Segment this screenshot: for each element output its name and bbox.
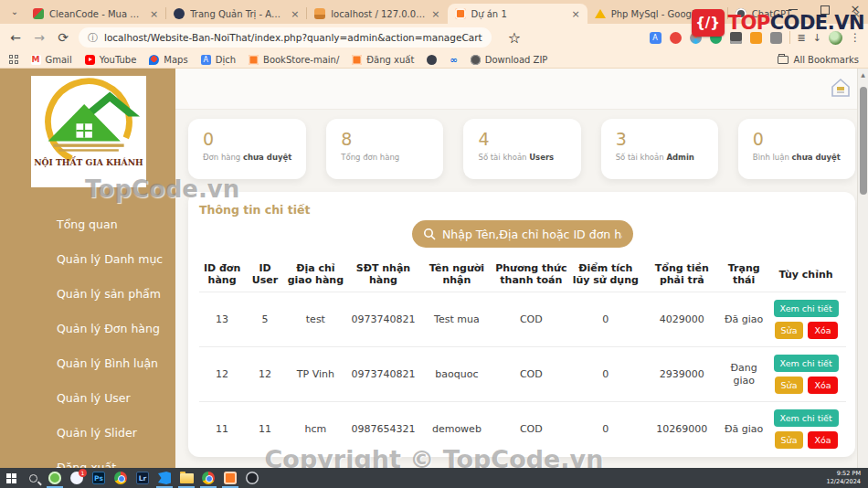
reload-icon[interactable]: ⟳ <box>55 30 71 45</box>
bookmark-youtube[interactable]: YouTube <box>85 55 137 65</box>
site-info-icon[interactable]: ⓘ <box>88 31 98 45</box>
cell-address: hcm <box>285 402 346 457</box>
bookmark-label: BookStore-main/ <box>263 55 339 65</box>
bookmark-maps[interactable]: Maps <box>149 55 187 65</box>
url-text[interactable]: localhost/Website-Ban-NoiThat/index.php?… <box>104 32 482 43</box>
table-row: 12 12 TP Vinh 0973740821 baoquoc COD 0 2… <box>199 347 846 402</box>
sidebar-item-quan-ly-danh-muc[interactable]: Quản lý Danh mục <box>0 242 175 277</box>
sidebar-item-tong-quan[interactable]: Tổng quan <box>0 207 175 242</box>
translate-icon[interactable]: A <box>650 32 662 44</box>
scrollbar-thumb[interactable] <box>860 87 867 195</box>
windows-taskbar: 1 Ps Lr 9:52 PM 12/24/2024 <box>0 468 868 488</box>
home-icon[interactable] <box>830 77 852 99</box>
tab-admin[interactable]: Trang Quản Trị - Admin × <box>166 4 306 24</box>
start-button[interactable] <box>0 468 22 488</box>
bookmark-download-zip[interactable]: Download ZIP <box>471 55 548 65</box>
search-icon <box>423 228 436 240</box>
edit-button[interactable]: Sửa <box>775 377 804 394</box>
sidebar-menu: Tổng quan Quản lý Danh mục Quản lý sản p… <box>0 207 175 485</box>
content-header <box>175 69 868 110</box>
col-header: Trạng thái <box>722 257 766 292</box>
admin-favicon <box>174 8 185 19</box>
bookmark-translate[interactable]: ADịch <box>201 55 236 65</box>
topcode-text-red: TOP <box>728 12 770 34</box>
dark-circle-icon <box>427 55 437 65</box>
extension-red-icon[interactable] <box>670 32 682 44</box>
clock-time: 9:52 PM <box>827 470 861 478</box>
sidebar-item-quan-ly-binh-luan[interactable]: Quản lý Bình luận <box>0 346 175 381</box>
delete-button[interactable]: Xóa <box>808 322 837 339</box>
forward-icon[interactable]: → <box>31 30 48 45</box>
tab-search-chevron-icon[interactable]: ⌄ <box>7 5 22 20</box>
orders-table: ID đơn hàng ID User Địa chỉ giao hàng SĐ… <box>199 257 846 456</box>
stat-value: 8 <box>341 127 429 151</box>
edit-button[interactable]: Sửa <box>775 431 804 449</box>
taskbar-explorer[interactable] <box>175 468 197 488</box>
delete-button[interactable]: Xóa <box>808 431 837 449</box>
view-detail-button[interactable]: Xem chi tiết <box>774 355 839 372</box>
view-detail-button[interactable]: Xem chi tiết <box>774 300 839 317</box>
back-icon[interactable]: ← <box>7 30 24 45</box>
cell-order-id: 13 <box>199 292 245 347</box>
taskbar-obs[interactable] <box>241 468 263 488</box>
phpmyadmin-favicon <box>314 8 325 19</box>
scroll-up-icon[interactable]: ▲ <box>858 69 868 78</box>
bookmark-dark-app[interactable] <box>427 55 437 65</box>
bookmark-gmail[interactable]: MGmail <box>31 55 72 65</box>
taskbar-photoshop[interactable]: Ps <box>88 468 110 488</box>
delete-button[interactable]: Xóa <box>808 377 837 394</box>
bookmark-dangxuat[interactable]: Đăng xuất <box>352 55 414 65</box>
cell-address: TP Vinh <box>285 347 346 402</box>
bookmark-bookstore[interactable]: BookStore-main/ <box>249 55 339 65</box>
taskbar-chrome-1[interactable] <box>110 468 132 488</box>
sidebar-item-quan-ly-san-pham[interactable]: Quản lý sản phẩm <box>0 277 175 312</box>
tab-title: CleanCode - Mua Code trự <box>49 9 144 19</box>
taskbar-search[interactable] <box>22 468 44 488</box>
gmail-icon: M <box>31 55 41 65</box>
col-header: Tên người nhận <box>420 257 492 292</box>
view-detail-button[interactable]: Xem chi tiết <box>774 409 839 427</box>
bookmark-label: YouTube <box>100 55 137 65</box>
sidebar-item-quan-ly-slider[interactable]: Quản lý Slider <box>0 416 175 451</box>
taskbar-app-green[interactable] <box>44 468 66 488</box>
topcode-logo: {/} TOPCODE.VN <box>692 9 864 37</box>
tab-phpmyadmin[interactable]: localhost / 127.0.0.1 / lld / u × <box>307 4 447 24</box>
sidebar-item-quan-ly-user[interactable]: Quản lý User <box>0 381 175 416</box>
taskbar-clock[interactable]: 9:52 PM 12/24/2024 <box>827 470 868 487</box>
sidebar-item-quan-ly-don-hang[interactable]: Quản lý Đơn hàng <box>0 312 175 346</box>
taskbar-chrome-2[interactable] <box>197 468 219 488</box>
taskbar-app-chat[interactable]: 1 <box>66 468 88 488</box>
main-content: 0 Đơn hàng chưa duyệt 8 Tổng đơn hàng 4 … <box>175 69 868 468</box>
taskbar-xampp[interactable] <box>219 468 241 488</box>
sidebar: NỘI THẤT GIA KHÁNH Tổng quan Quản lý Dan… <box>0 69 175 468</box>
tab-cleancode[interactable]: CleanCode - Mua Code trự × <box>26 4 165 24</box>
cell-method: COD <box>493 402 570 457</box>
taskbar-vscode[interactable] <box>153 468 175 488</box>
cell-status: Đang giao <box>722 347 766 402</box>
stat-label-bold: Admin <box>666 153 694 162</box>
page-scrollbar[interactable]: ▲ <box>857 69 868 468</box>
order-search-input[interactable] <box>442 228 622 241</box>
tab-du-an-1-active[interactable]: Dự án 1 × <box>448 4 587 24</box>
tab-close-icon[interactable]: × <box>150 8 158 20</box>
tab-close-icon[interactable]: × <box>431 8 439 20</box>
bookmark-meta[interactable]: ∞ <box>450 55 457 65</box>
apps-grid-icon[interactable] <box>9 55 18 64</box>
order-search[interactable] <box>412 220 633 248</box>
cell-phone: 0987654321 <box>346 402 420 457</box>
cell-points: 0 <box>569 347 641 402</box>
all-bookmarks[interactable]: All Bookmarks <box>778 55 859 65</box>
taskbar-lightroom[interactable]: Lr <box>132 468 153 488</box>
tab-close-icon[interactable]: × <box>291 8 299 20</box>
edit-button[interactable]: Sửa <box>775 322 804 339</box>
tab-close-icon[interactable]: × <box>571 8 579 20</box>
bookmark-label: Maps <box>164 55 187 65</box>
bookmark-star-icon[interactable]: ☆ <box>499 27 642 48</box>
file-explorer-icon <box>180 473 194 483</box>
col-header: SĐT nhận hàng <box>346 257 420 292</box>
col-header: Tùy chỉnh <box>766 257 846 292</box>
address-bar[interactable]: ⓘ localhost/Website-Ban-NoiThat/index.ph… <box>79 27 492 48</box>
cell-address: test <box>285 292 346 347</box>
topcode-text-dark: CODE.VN <box>770 12 864 34</box>
chrome-icon <box>202 472 215 484</box>
